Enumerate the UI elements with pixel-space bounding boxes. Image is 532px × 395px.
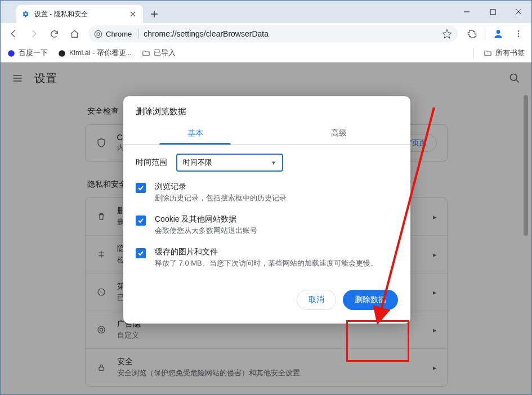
bookmark-folder-imported[interactable]: 已导入 xyxy=(142,48,176,58)
close-window-button[interactable] xyxy=(506,1,531,23)
time-range-select[interactable]: 时间不限 ▼ xyxy=(176,154,283,172)
checkbox-checked-icon xyxy=(136,216,146,226)
chevron-down-icon: ▼ xyxy=(271,160,276,166)
tab-advanced[interactable]: 高级 xyxy=(267,123,410,144)
chrome-icon xyxy=(94,30,102,38)
chip-label: Chrome xyxy=(106,30,132,38)
dialog-tabs: 基本 高级 xyxy=(123,123,410,145)
baidu-icon xyxy=(7,50,15,57)
bookmark-baidu[interactable]: 百度一下 xyxy=(7,48,48,58)
svg-rect-0 xyxy=(490,10,495,15)
address-bar[interactable]: Chrome chrome://settings/clearBrowserDat… xyxy=(88,25,458,42)
svg-point-3 xyxy=(497,30,500,34)
reload-button[interactable] xyxy=(44,25,64,42)
svg-point-2 xyxy=(97,33,100,35)
window-controls xyxy=(454,1,531,23)
site-chip[interactable]: Chrome xyxy=(94,29,139,39)
svg-point-6 xyxy=(518,35,520,37)
cancel-button[interactable]: 取消 xyxy=(297,290,336,310)
folder-icon xyxy=(484,49,492,57)
folder-icon xyxy=(142,49,150,57)
browser-tab-active[interactable]: 设置 - 隐私和安全 xyxy=(16,5,143,23)
tab-list-dropdown[interactable] xyxy=(1,1,16,23)
svg-point-1 xyxy=(95,30,102,38)
minimize-button[interactable] xyxy=(454,1,480,23)
back-button[interactable] xyxy=(4,25,23,42)
profile-avatar[interactable] xyxy=(489,25,508,42)
home-button[interactable] xyxy=(65,25,84,42)
close-tab-icon[interactable] xyxy=(129,11,138,17)
new-tab-button[interactable] xyxy=(146,6,162,22)
time-range-label: 时间范围 xyxy=(136,158,167,168)
all-bookmarks[interactable]: 所有书签 xyxy=(484,48,525,58)
checkbox-cookies[interactable]: Cookie 及其他网站数据会致使您从大多数网站退出账号 xyxy=(123,209,410,241)
svg-point-4 xyxy=(518,30,520,32)
star-icon[interactable] xyxy=(442,29,452,39)
extensions-icon[interactable] xyxy=(462,25,481,42)
checkbox-cached[interactable]: 缓存的图片和文件释放了 7.0 MB。当您下次访问时，某些网站的加载速度可能会更… xyxy=(123,241,410,274)
checkbox-checked-icon xyxy=(136,183,146,193)
menu-icon[interactable] xyxy=(509,25,528,42)
separator xyxy=(485,28,485,40)
svg-point-8 xyxy=(59,50,65,57)
kimi-icon xyxy=(58,50,66,57)
maximize-button[interactable] xyxy=(480,1,506,23)
confirm-delete-button[interactable]: 删除数据 xyxy=(343,290,398,310)
checkbox-browsing-history[interactable]: 浏览记录删除历史记录，包括搜索框中的历史记录 xyxy=(123,176,410,209)
clear-browsing-data-dialog: 删除浏览数据 基本 高级 时间范围 时间不限 ▼ 浏览记录删除历史记录，包括搜索… xyxy=(123,96,410,324)
bookmarks-bar: 百度一下 Kimi.ai - 帮你看更... 已导入 所有书签 xyxy=(1,44,531,62)
browser-titlebar: 设置 - 隐私和安全 xyxy=(1,1,531,23)
url-text: chrome://settings/clearBrowserData xyxy=(144,29,437,38)
tab-basic[interactable]: 基本 xyxy=(123,123,267,144)
gear-icon xyxy=(21,10,30,19)
browser-toolbar: Chrome chrome://settings/clearBrowserDat… xyxy=(1,23,531,44)
checkbox-checked-icon xyxy=(136,248,146,258)
svg-point-5 xyxy=(518,33,520,35)
tab-title: 设置 - 隐私和安全 xyxy=(34,10,125,19)
svg-point-7 xyxy=(8,50,15,57)
separator xyxy=(473,48,473,59)
dialog-title: 删除浏览数据 xyxy=(123,96,410,123)
time-range-value: 时间不限 xyxy=(183,158,212,168)
forward-button[interactable] xyxy=(24,25,43,42)
bookmark-kimi[interactable]: Kimi.ai - 帮你看更... xyxy=(58,48,132,58)
